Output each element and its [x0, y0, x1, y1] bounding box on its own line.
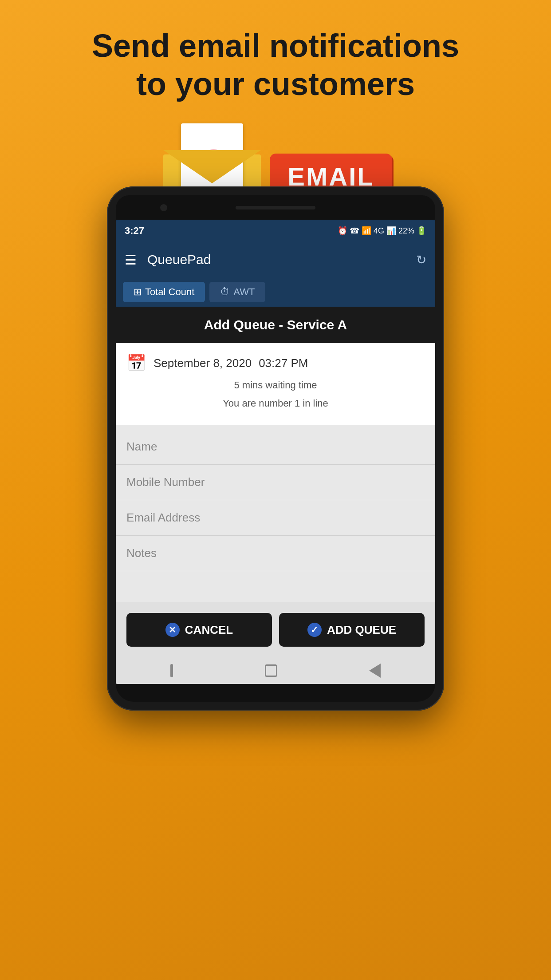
check-icon: ✓	[307, 623, 322, 637]
speaker-bar	[236, 206, 315, 209]
tab-awt[interactable]: ⏱ AWT	[209, 282, 265, 302]
app-bar: ☰ QueuePad ↻	[116, 242, 435, 277]
phone-bottom-bezel	[116, 684, 435, 702]
form-area: Name Mobile Number Email Address Notes	[116, 425, 435, 602]
calendar-icon: 📅	[126, 354, 146, 372]
dialog-header: Add Queue - Service A	[116, 307, 435, 343]
hero-section: Send email notifications to your custome…	[0, 0, 551, 103]
back-nav-icon[interactable]	[170, 664, 173, 677]
recents-nav-icon[interactable]	[369, 664, 381, 678]
queue-position-text: You are number 1 in line	[126, 396, 425, 411]
cancel-icon: ✕	[165, 623, 180, 637]
camera-dot	[160, 204, 167, 211]
hamburger-icon[interactable]: ☰	[125, 252, 137, 268]
mobile-field[interactable]: Mobile Number	[116, 465, 435, 500]
bottom-nav-bar	[116, 657, 435, 684]
dialog-buttons: ✕ CANCEL ✓ ADD QUEUE	[116, 602, 435, 657]
cancel-button[interactable]: ✕ CANCEL	[126, 613, 272, 647]
dialog-title: Add Queue - Service A	[204, 317, 347, 332]
home-nav-icon[interactable]	[265, 664, 277, 677]
tab-total-count[interactable]: ⊞ Total Count	[123, 282, 205, 302]
notes-field[interactable]: Notes	[116, 536, 435, 571]
phone-device: 3:27 ⏰ ☎ 📶 4G 📊 22% 🔋 ☰ QueuePad ↻ ⊞ Tot…	[107, 186, 444, 711]
tab-bar: ⊞ Total Count ⏱ AWT	[116, 277, 435, 307]
dialog-time: 03:27 PM	[259, 356, 308, 370]
hero-title: Send email notifications to your custome…	[0, 27, 551, 103]
name-field[interactable]: Name	[116, 429, 435, 465]
status-time: 3:27	[125, 225, 144, 237]
email-field[interactable]: Email Address	[116, 500, 435, 536]
phone-screen: 3:27 ⏰ ☎ 📶 4G 📊 22% 🔋 ☰ QueuePad ↻ ⊞ Tot…	[116, 220, 435, 684]
dialog-overlay: Add Queue - Service A 📅 September 8, 202…	[116, 307, 435, 684]
status-bar: 3:27 ⏰ ☎ 📶 4G 📊 22% 🔋	[116, 220, 435, 242]
clock-icon: ⏱	[220, 286, 230, 298]
dialog-body: 📅 September 8, 2020 03:27 PM 5 mins wait…	[116, 343, 435, 425]
refresh-icon[interactable]: ↻	[416, 253, 426, 267]
dialog-datetime-row: 📅 September 8, 2020 03:27 PM	[126, 354, 425, 372]
app-title: QueuePad	[147, 252, 416, 267]
grid-icon: ⊞	[134, 286, 142, 298]
status-battery: ⏰ ☎ 📶 4G 📊 22% 🔋	[338, 226, 426, 236]
waiting-time-text: 5 mins waiting time	[126, 378, 425, 392]
dialog-date: September 8, 2020	[153, 356, 252, 370]
add-queue-button[interactable]: ✓ ADD QUEUE	[279, 613, 425, 647]
